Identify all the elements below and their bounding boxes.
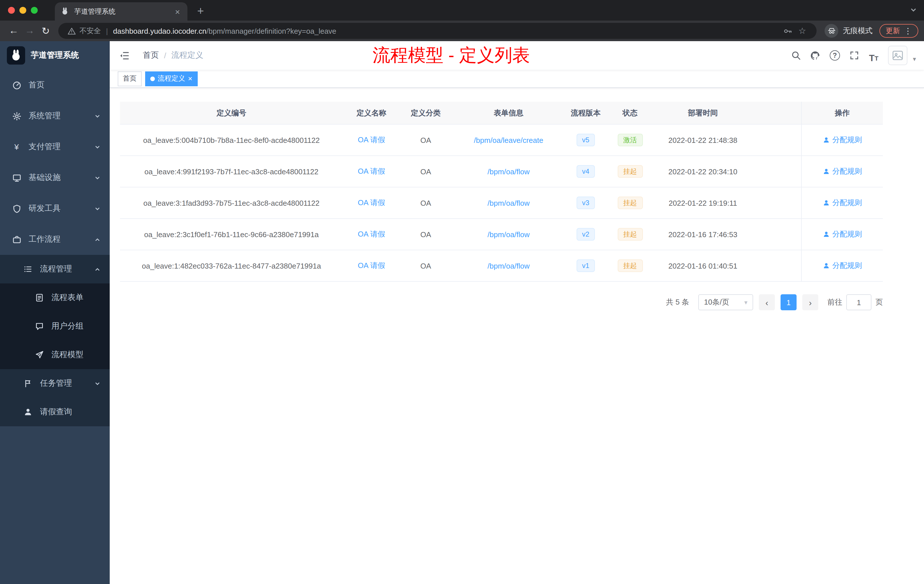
window-controls <box>0 0 46 21</box>
sidebar-item-workflow[interactable]: 工作流程 <box>0 224 110 255</box>
window-zoom-button[interactable] <box>31 7 38 14</box>
column-header: 定义名称 <box>343 102 400 124</box>
assign-rule-link[interactable]: 分配规则 <box>823 135 862 145</box>
user-avatar[interactable] <box>888 46 908 65</box>
browser-tab-strip: 芋道管理系统 × + <box>0 0 924 21</box>
sidebar-item-label: 流程表单 <box>51 292 83 303</box>
bookmark-star-icon[interactable]: ☆ <box>795 23 810 38</box>
definition-name-link[interactable]: OA 请假 <box>358 166 385 177</box>
assign-rule-link[interactable]: 分配规则 <box>823 198 862 208</box>
definition-name-link[interactable]: OA 请假 <box>358 198 385 208</box>
column-header: 表单信息 <box>451 102 566 124</box>
sidebar-item-label: 基础设施 <box>28 173 61 183</box>
definition-category: OA <box>420 230 431 239</box>
form-info-link[interactable]: /bpm/oa/leave/create <box>474 136 543 144</box>
definition-name-link[interactable]: OA 请假 <box>358 229 385 239</box>
infrastructure-icon <box>12 173 22 183</box>
status-badge: 挂起 <box>617 228 643 241</box>
user-icon <box>823 262 830 269</box>
search-icon[interactable] <box>789 48 803 63</box>
form-info-link[interactable]: /bpm/oa/flow <box>487 167 530 176</box>
sidebar-item-infrastructure[interactable]: 基础设施 <box>0 162 110 193</box>
definition-name-link[interactable]: OA 请假 <box>358 135 385 145</box>
github-icon[interactable] <box>808 48 823 63</box>
sidebar-item-system-management[interactable]: 系统管理 <box>0 101 110 132</box>
sidebar-item-process-management[interactable]: 流程管理 <box>0 255 110 284</box>
deploy-time: 2022-01-22 21:48:38 <box>668 136 737 144</box>
definition-id: oa_leave:2:3c1f0ef1-76b1-11ec-9c66-a2380… <box>144 230 318 239</box>
definition-category: OA <box>420 167 431 176</box>
tag-label: 流程定义 <box>158 74 185 83</box>
url-path[interactable]: /bpm/manager/definition?key=oa_leave <box>206 26 780 35</box>
column-header: 定义分类 <box>400 102 451 124</box>
browser-menu-icon[interactable]: ⋮ <box>904 27 912 35</box>
definition-id: oa_leave:3:1fad3d93-7b75-11ec-a3c8-acde4… <box>144 199 319 207</box>
form-info-link[interactable]: /bpm/oa/flow <box>487 199 530 207</box>
forward-button: → <box>22 23 38 39</box>
sidebar-item-process-model[interactable]: 流程模型 <box>0 341 110 369</box>
prev-page-button[interactable]: ‹ <box>759 294 775 310</box>
version-badge: v3 <box>576 196 595 209</box>
fullscreen-icon[interactable] <box>847 48 861 63</box>
main-area: 首页 / 流程定义 流程模型 - 定义列表 ? <box>110 41 924 584</box>
page-number-button[interactable]: 1 <box>780 294 797 310</box>
user-icon <box>823 200 830 206</box>
password-key-icon[interactable] <box>780 23 795 38</box>
assign-rule-link[interactable]: 分配规则 <box>823 261 862 271</box>
assign-rule-link[interactable]: 分配规则 <box>823 166 862 177</box>
breadcrumb-home[interactable]: 首页 <box>143 50 159 61</box>
chevron-up-icon <box>94 236 101 243</box>
gear-icon <box>12 111 22 121</box>
sidebar-item-payment-management[interactable]: ¥ 支付管理 <box>0 132 110 162</box>
breadcrumb: 首页 / 流程定义 <box>143 50 203 61</box>
deploy-time: 2022-01-22 19:19:11 <box>668 199 737 207</box>
tag-process-definition[interactable]: 流程定义 × <box>145 71 198 86</box>
breadcrumb-current: 流程定义 <box>172 50 203 61</box>
tab-close-icon[interactable]: × <box>173 7 182 16</box>
new-tab-button[interactable]: + <box>192 2 209 20</box>
chevron-down-icon: ▾ <box>744 299 747 306</box>
page-annotation: 流程模型 - 定义列表 <box>373 43 530 68</box>
table-row: oa_leave:2:3c1f0ef1-76b1-11ec-9c66-a2380… <box>120 219 883 250</box>
tag-close-icon[interactable]: × <box>188 75 192 82</box>
form-info-link[interactable]: /bpm/oa/flow <box>487 261 530 270</box>
status-badge: 挂起 <box>617 165 643 178</box>
window-minimize-button[interactable] <box>20 7 26 14</box>
page-size-select[interactable]: 10条/页 ▾ <box>698 294 753 310</box>
sidebar-item-home[interactable]: 首页 <box>0 70 110 101</box>
table-row: oa_leave:5:004b710b-7b8a-11ec-8ef0-acde4… <box>120 125 883 156</box>
user-group-icon <box>34 321 45 332</box>
sidebar-item-user-group[interactable]: 用户分组 <box>0 312 110 341</box>
font-size-icon[interactable]: TT <box>866 48 881 63</box>
reload-button[interactable]: ↻ <box>38 23 54 39</box>
security-label[interactable]: 不安全 <box>79 26 101 36</box>
sidebar-item-label: 工作流程 <box>28 234 61 244</box>
browser-update-button[interactable]: 更新 ⋮ <box>879 24 918 38</box>
chevron-down-icon[interactable] <box>910 6 917 14</box>
back-button[interactable]: ← <box>6 23 22 39</box>
form-info-link[interactable]: /bpm/oa/flow <box>487 230 530 239</box>
sidebar-item-dev-tools[interactable]: 研发工具 <box>0 193 110 224</box>
version-badge: v5 <box>576 134 595 146</box>
tag-home[interactable]: 首页 <box>118 71 142 86</box>
sidebar-header: 芋道管理系统 <box>0 41 110 70</box>
assign-rule-link[interactable]: 分配规则 <box>823 229 862 239</box>
task-icon <box>23 378 33 389</box>
definition-id: oa_leave:5:004b710b-7b8a-11ec-8ef0-acde4… <box>143 136 320 144</box>
chevron-up-icon <box>94 266 101 272</box>
window-close-button[interactable] <box>8 7 15 14</box>
sidebar-item-process-form[interactable]: 流程表单 <box>0 284 110 312</box>
sidebar-fold-icon[interactable] <box>110 41 138 70</box>
goto-page-input[interactable] <box>846 294 871 310</box>
address-bar[interactable]: 不安全 | dashboard.yudao.iocoder.cn /bpm/ma… <box>58 23 817 39</box>
next-page-button[interactable]: › <box>802 294 818 310</box>
browser-tab[interactable]: 芋道管理系统 × <box>55 2 187 21</box>
update-label[interactable]: 更新 <box>886 26 900 36</box>
url-domain[interactable]: dashboard.yudao.iocoder.cn <box>113 26 206 35</box>
sidebar-item-task-management[interactable]: 任务管理 <box>0 369 110 398</box>
definition-name-link[interactable]: OA 请假 <box>358 261 385 271</box>
help-icon[interactable]: ? <box>828 48 842 63</box>
goto-unit: 页 <box>875 297 883 307</box>
avatar-caret-icon[interactable]: ▾ <box>913 55 916 63</box>
sidebar-item-leave-query[interactable]: 请假查询 <box>0 398 110 426</box>
